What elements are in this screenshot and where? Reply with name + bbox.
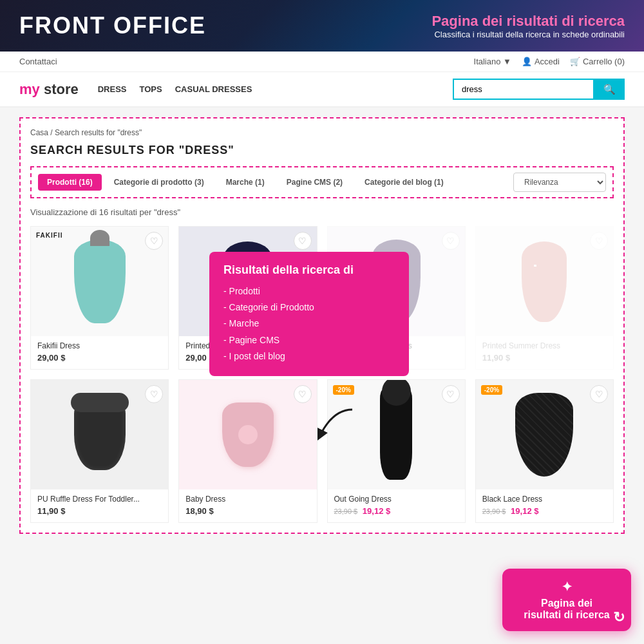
product-price-new: 19,12 $ xyxy=(363,506,390,516)
results-container: Casa / Search results for "dress" SEARCH… xyxy=(19,117,625,534)
main-content: Casa / Search results for "dress" SEARCH… xyxy=(0,108,644,544)
logo[interactable]: my store xyxy=(19,81,79,98)
product-image: ♡ xyxy=(476,227,613,336)
product-name: Printed Summer Dress xyxy=(482,341,607,350)
nav-link-tops[interactable]: TOPS xyxy=(140,84,162,94)
discount-badge: -20% xyxy=(333,385,354,395)
wishlist-button[interactable]: ♡ xyxy=(145,385,163,403)
cart-link[interactable]: 🛒 Carrello (0) xyxy=(570,57,625,66)
nav-links: DRESS TOPS CASUAL DRESSES xyxy=(98,84,252,94)
top-banner: FRONT OFFICE Pagina dei risultati di ric… xyxy=(0,0,644,52)
collar xyxy=(90,230,109,246)
wishlist-button[interactable]: ♡ xyxy=(294,232,312,250)
logo-store: store xyxy=(44,81,79,97)
product-image: -20% ♡ xyxy=(476,380,613,489)
tab-products[interactable]: Prodotti (16) xyxy=(38,174,102,191)
wishlist-button[interactable]: ♡ xyxy=(145,232,163,250)
banner-right-subtitle: Classifica i risultati della ricerca in … xyxy=(431,30,625,39)
product-card[interactable]: -20% ♡ Black Lace Dress 23,90 $ 19,12 $ xyxy=(475,379,614,523)
wishlist-button[interactable]: ♡ xyxy=(590,232,608,250)
product-image: ♡ xyxy=(31,380,168,489)
product-card[interactable]: FAKIFII ♡ Fakifii Dress 29,00 $ xyxy=(30,226,169,370)
sort-select[interactable]: Rilevanza Price: Low to High Price: High… xyxy=(513,173,606,192)
top-bar: Contattaci Italiano ▼ 👤 Accedi 🛒 Carrell… xyxy=(0,52,644,72)
top-bar-right: Italiano ▼ 👤 Accedi 🛒 Carrello (0) xyxy=(474,57,625,66)
product-name: PU Ruffle Dress For Toddler... xyxy=(37,495,162,504)
product-info: Black Lace Dress 23,90 $ 19,12 $ xyxy=(476,489,613,522)
product-price-row: 23,90 $ 19,12 $ xyxy=(334,506,459,516)
product-price: 11,90 $ xyxy=(37,506,162,516)
collar-detail xyxy=(71,393,129,412)
logo-my: my xyxy=(19,81,40,97)
product-price: 11,90 $ xyxy=(482,353,607,363)
dress-illustration xyxy=(380,390,412,480)
account-icon: 👤 xyxy=(522,57,532,66)
search-button[interactable]: 🔍 xyxy=(594,79,625,100)
product-name: Baby Dress xyxy=(185,495,310,504)
tooltip-item: Marche xyxy=(223,316,395,332)
dress-illustration xyxy=(522,242,567,322)
banner-right-title: Pagina dei risultati di ricerca xyxy=(431,13,625,30)
wishlist-button[interactable]: ♡ xyxy=(442,385,460,403)
banner-title: FRONT OFFICE xyxy=(19,12,206,39)
contact-link[interactable]: Contattaci xyxy=(19,57,57,66)
tabs-row: Prodotti (16) Categorie di prodotto (3) … xyxy=(30,166,614,198)
head xyxy=(382,380,411,406)
dress-illustration xyxy=(515,393,573,477)
bunny-bag xyxy=(238,425,258,444)
account-link[interactable]: 👤 Accedi xyxy=(522,57,560,66)
product-name: Out Going Dress xyxy=(334,495,459,504)
search-input[interactable] xyxy=(453,79,594,100)
tooltip-item: Categorie di Prodotto xyxy=(223,299,395,316)
wishlist-button[interactable]: ♡ xyxy=(294,385,312,403)
tooltip-item: Pagine CMS xyxy=(223,332,395,348)
wishlist-button[interactable]: ♡ xyxy=(442,232,460,250)
wishlist-button[interactable]: ♡ xyxy=(590,385,608,403)
product-grid-row2: ♡ PU Ruffle Dress For Toddler... 11,90 $… xyxy=(30,379,614,523)
results-count: Visualizzazione di 16 risultati per "dre… xyxy=(30,207,614,217)
product-brand: FAKIFII xyxy=(36,232,62,239)
nav-link-casual[interactable]: CASUAL DRESSES xyxy=(175,84,252,94)
product-price: 29,00 $ xyxy=(37,353,162,363)
page-title: SEARCH RESULTS FOR "DRESS" xyxy=(30,144,614,157)
tooltip-title: Risultati della ricerca di xyxy=(223,263,395,277)
product-card[interactable]: ♡ Printed Summer Dress 11,90 $ xyxy=(475,226,614,370)
dress-illustration xyxy=(222,402,274,467)
tab-cms[interactable]: Pagine CMS (2) xyxy=(277,173,352,191)
breadcrumb: Casa / Search results for "dress" xyxy=(30,128,614,137)
search-bar: 🔍 xyxy=(453,79,625,100)
product-info: Printed Summer Dress 11,90 $ xyxy=(476,336,613,369)
product-card[interactable]: ♡ Baby Dress 18,90 $ xyxy=(178,379,317,523)
product-price: 18,90 $ xyxy=(185,506,310,516)
arrow-indicator xyxy=(307,403,359,444)
tooltip-item: Prodotti xyxy=(223,283,395,299)
breadcrumb-home[interactable]: Casa xyxy=(30,128,48,137)
dress-illustration xyxy=(74,399,126,470)
product-image: ♡ xyxy=(179,380,316,489)
product-price-new: 19,12 $ xyxy=(511,506,538,516)
arrow-svg xyxy=(307,403,359,442)
product-image: FAKIFII ♡ xyxy=(31,227,168,336)
product-price-row: 23,90 $ 19,12 $ xyxy=(482,506,607,516)
product-info: Baby Dress 18,90 $ xyxy=(179,489,316,522)
product-name: Black Lace Dress xyxy=(482,495,607,504)
discount-badge: -20% xyxy=(481,385,502,395)
dress-illustration xyxy=(74,240,126,323)
product-info: PU Ruffle Dress For Toddler... 11,90 $ xyxy=(31,489,168,522)
cart-icon: 🛒 xyxy=(570,57,580,66)
product-price-old: 23,90 $ xyxy=(482,507,506,515)
tab-product-categories[interactable]: Categorie di prodotto (3) xyxy=(104,173,214,191)
tab-blog[interactable]: Categorie del blog (1) xyxy=(355,173,453,191)
products-section: FAKIFII ♡ Fakifii Dress 29,00 $ xyxy=(30,226,614,370)
nav-link-dress[interactable]: DRESS xyxy=(98,84,127,94)
banner-right: Pagina dei risultati di ricerca Classifi… xyxy=(431,13,625,39)
tab-brands[interactable]: Marche (1) xyxy=(216,173,274,191)
navigation: my store DRESS TOPS CASUAL DRESSES 🔍 xyxy=(0,72,644,108)
product-card[interactable]: -20% ♡ Out Going Dress 23,90 $ 19,12 $ xyxy=(327,379,466,523)
language-selector[interactable]: Italiano ▼ xyxy=(474,57,511,66)
product-card[interactable]: ♡ PU Ruffle Dress For Toddler... 11,90 $ xyxy=(30,379,169,523)
product-name: Fakifii Dress xyxy=(37,341,162,350)
product-info: Out Going Dress 23,90 $ 19,12 $ xyxy=(328,489,465,522)
product-price-old: 23,90 $ xyxy=(334,507,358,515)
tooltip-list: Prodotti Categorie di Prodotto Marche Pa… xyxy=(223,283,395,365)
